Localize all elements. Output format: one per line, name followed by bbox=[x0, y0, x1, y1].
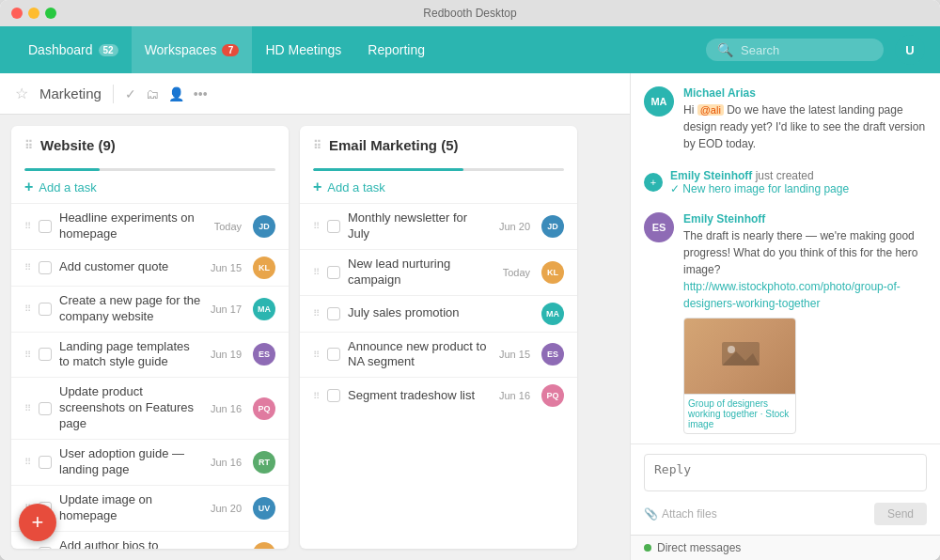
task-checkbox[interactable] bbox=[39, 402, 52, 415]
task-name: Landing page templates to match style gu… bbox=[59, 339, 203, 371]
chat-text: The draft is nearly there — we're making… bbox=[683, 227, 927, 312]
task-checkbox[interactable] bbox=[39, 348, 52, 361]
task-item[interactable]: ⠿ Landing page templates to match style … bbox=[11, 332, 289, 378]
task-item[interactable]: ⠿ New lead nurturing campaign Today KL bbox=[300, 249, 577, 295]
activity-text: Emily Steinhoff just created ✓ New hero … bbox=[670, 169, 849, 195]
attach-files-button[interactable]: 📎 Attach files bbox=[644, 507, 717, 521]
chat-mention: @ali bbox=[697, 104, 724, 116]
task-date: Jun 22 bbox=[211, 548, 242, 549]
maximize-button[interactable] bbox=[45, 8, 56, 19]
activity-actor: Emily Steinhoff bbox=[670, 169, 752, 182]
chat-avatar: ES bbox=[644, 212, 674, 242]
chat-image-placeholder bbox=[684, 319, 796, 394]
task-item[interactable]: ⠿ Announce new product to NA segment Jun… bbox=[300, 332, 577, 378]
chat-message: ES Emily Steinhoff The draft is nearly t… bbox=[644, 212, 927, 434]
nav-dashboard[interactable]: Dashboard 52 bbox=[15, 26, 132, 73]
nav-reporting[interactable]: Reporting bbox=[354, 26, 438, 73]
chat-bubble: Emily Steinhoff The draft is nearly ther… bbox=[683, 212, 927, 434]
task-date: Jun 19 bbox=[211, 349, 242, 360]
drag-handle-icon: ⠿ bbox=[313, 350, 320, 360]
task-checkbox[interactable] bbox=[39, 220, 52, 233]
task-avatar: ES bbox=[541, 343, 564, 366]
nav-meetings[interactable]: HD Meetings bbox=[252, 26, 354, 73]
task-date: Jun 17 bbox=[211, 303, 242, 315]
nav-workspaces[interactable]: Workspaces 7 bbox=[132, 26, 253, 73]
task-list-website: ⠿ Headline experiments on homepage Today… bbox=[11, 203, 289, 549]
task-avatar: UV bbox=[253, 497, 275, 520]
task-checkbox[interactable] bbox=[327, 348, 340, 361]
task-name: Monthly newsletter for July bbox=[348, 210, 492, 242]
chat-bubble: Michael Arias Hi @ali Do we have the lat… bbox=[683, 86, 927, 152]
check-icon[interactable]: ✓ bbox=[125, 86, 136, 101]
add-icon: + bbox=[313, 179, 321, 195]
add-task-website[interactable]: + Add a task bbox=[11, 171, 289, 203]
attach-label: Attach files bbox=[662, 507, 717, 521]
activity-row-created: + Emily Steinhoff just created ✓ New her… bbox=[644, 163, 927, 201]
search-input[interactable] bbox=[741, 43, 872, 57]
close-button[interactable] bbox=[11, 8, 23, 19]
drag-handle-icon: ⠿ bbox=[313, 391, 320, 401]
nav-workspaces-badge: 7 bbox=[222, 44, 239, 56]
task-name: New lead nurturing campaign bbox=[348, 257, 495, 288]
task-checkbox[interactable] bbox=[39, 303, 52, 316]
task-checkbox[interactable] bbox=[327, 389, 340, 402]
people-icon[interactable]: 👤 bbox=[168, 86, 184, 101]
task-name: User adoption guide — landing page bbox=[59, 446, 203, 478]
folder-icon[interactable]: 🗂 bbox=[146, 86, 159, 101]
chat-sender-name: Emily Steinhoff bbox=[683, 212, 927, 226]
task-item[interactable]: ⠿ Segment tradeshow list Jun 16 PQ bbox=[300, 377, 577, 413]
workspace-title: Marketing bbox=[39, 86, 102, 101]
task-avatar: MA bbox=[541, 303, 564, 325]
board-column-website: ⠿ Website (9) + Add a task ⠿ bbox=[11, 126, 289, 549]
task-item[interactable]: ⠿ Monthly newsletter for July Jun 20 JD bbox=[300, 203, 577, 249]
task-date: Jun 15 bbox=[211, 262, 242, 273]
task-avatar: JD bbox=[541, 215, 564, 238]
task-item[interactable]: ⠿ Create a new page for the company webs… bbox=[11, 286, 289, 332]
navbar: Dashboard 52 Workspaces 7 HD Meetings Re… bbox=[0, 26, 940, 73]
drag-handle-icon: ⠿ bbox=[313, 267, 320, 277]
svg-point-1 bbox=[728, 346, 735, 353]
task-item[interactable]: ⠿ July sales promotion MA bbox=[300, 295, 577, 332]
col-title-text: Email Marketing (5) bbox=[329, 137, 459, 153]
task-name: Add author bios to WordPress bbox=[59, 538, 203, 549]
task-date: Today bbox=[503, 267, 530, 278]
nav-reporting-label: Reporting bbox=[368, 42, 425, 57]
task-checkbox[interactable] bbox=[39, 547, 52, 549]
chat-image-preview: Group of designers working together · St… bbox=[683, 318, 796, 434]
board-column-email: ⠿ Email Marketing (5) + Add a task ⠿ bbox=[300, 126, 577, 549]
drag-handle-icon: ⠿ bbox=[24, 262, 31, 272]
task-date: Jun 16 bbox=[499, 390, 530, 401]
add-task-label: Add a task bbox=[327, 180, 384, 194]
search-icon: 🔍 bbox=[717, 42, 733, 57]
task-checkbox[interactable] bbox=[327, 307, 340, 320]
task-link[interactable]: ✓ New hero image for landing page bbox=[670, 182, 849, 195]
direct-messages-bar[interactable]: Direct messages bbox=[631, 535, 940, 560]
task-checkbox[interactable] bbox=[39, 456, 52, 469]
task-avatar: WX bbox=[253, 542, 275, 549]
nav-meetings-label: HD Meetings bbox=[265, 42, 341, 57]
send-button[interactable]: Send bbox=[874, 503, 927, 525]
task-checkbox[interactable] bbox=[327, 220, 340, 233]
task-name: Create a new page for the company websit… bbox=[59, 293, 203, 325]
task-checkbox[interactable] bbox=[327, 266, 340, 279]
reply-input[interactable] bbox=[644, 454, 927, 491]
chat-message: MA Michael Arias Hi @ali Do we have the … bbox=[644, 86, 927, 152]
task-checkbox[interactable] bbox=[39, 261, 52, 274]
task-item[interactable]: ⠿ Add customer quote Jun 15 KL bbox=[11, 249, 289, 286]
minimize-button[interactable] bbox=[28, 8, 39, 19]
add-task-email[interactable]: + Add a task bbox=[300, 171, 577, 203]
activity-plus-icon: + bbox=[644, 173, 663, 192]
chat-link[interactable]: http://www.istockphoto.com/photo/group-o… bbox=[683, 280, 901, 310]
task-avatar: RT bbox=[253, 451, 275, 474]
task-item[interactable]: ⠿ User adoption guide — landing page Jun… bbox=[11, 439, 289, 485]
star-icon[interactable]: ☆ bbox=[15, 85, 28, 102]
task-avatar: PQ bbox=[541, 384, 564, 407]
task-item[interactable]: ⠿ Update product screenshots on Features… bbox=[11, 377, 289, 439]
task-avatar: KL bbox=[541, 261, 564, 284]
fab-add-button[interactable]: + bbox=[19, 504, 56, 541]
col-header-email: ⠿ Email Marketing (5) bbox=[300, 126, 577, 161]
user-avatar[interactable]: U bbox=[895, 35, 925, 65]
chat-text: Hi @ali Do we have the latest landing pa… bbox=[683, 101, 927, 152]
more-icon[interactable]: ••• bbox=[194, 86, 208, 101]
task-item[interactable]: ⠿ Headline experiments on homepage Today… bbox=[11, 203, 289, 249]
